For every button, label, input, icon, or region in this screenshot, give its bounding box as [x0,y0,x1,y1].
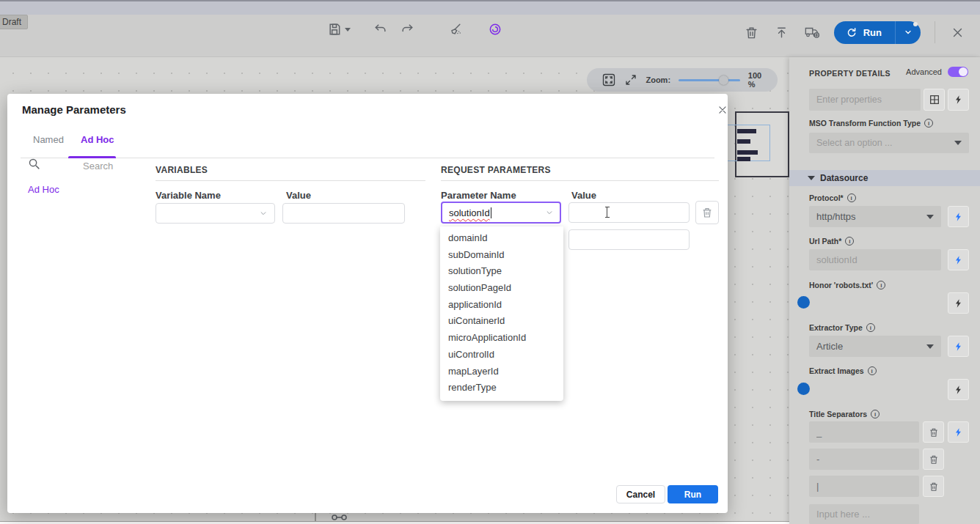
text-caret [491,207,491,218]
delete-icon[interactable] [744,24,760,40]
flow-node[interactable] [735,111,789,177]
canvas-bottom-edge [0,521,789,524]
grid-view-button[interactable] [924,89,945,111]
parameter-name-combobox[interactable]: solutionId [441,202,561,224]
bolt-icon [954,255,964,265]
separator-new-input[interactable] [809,504,919,524]
variable-value-input[interactable] [282,203,405,224]
bolt-icon [954,342,964,352]
separator-input-2[interactable] [809,449,919,470]
info-icon[interactable]: i [871,410,880,418]
parameter-value-input[interactable] [568,202,690,223]
dropdown-option[interactable]: microApplicationId [440,330,563,347]
chevron-down-icon [926,344,934,349]
text-cursor-ibeam [607,207,607,218]
zoom-slider-thumb[interactable] [719,75,728,85]
datasource-section-header[interactable]: Datasource [789,170,980,186]
flow-node-bar [737,150,758,155]
info-icon[interactable]: i [877,281,885,289]
protocol-label: Protocol*i [809,193,856,202]
dropdown-option[interactable]: solutionType [440,263,563,280]
dropdown-option[interactable]: subDomainId [440,247,563,264]
run-caret-icon [904,28,913,37]
dropdown-option[interactable]: solutionPageId [440,280,563,297]
parameter-delete-button[interactable] [695,201,719,224]
close-icon[interactable] [949,24,965,40]
toolbar-run-button[interactable]: Run [834,21,896,44]
tab-ad-hoc[interactable]: Ad Hoc [81,134,114,145]
variable-name-label: Variable Name [156,190,221,201]
dialog-title: Manage Parameters [22,103,126,116]
separator-input-1[interactable] [809,421,919,443]
redo-icon[interactable] [399,21,415,37]
extractor-type-label: Extractor Typei [809,323,875,332]
robots-bolt-button[interactable] [948,292,969,314]
dropdown-option[interactable]: renderType [440,380,563,396]
url-path-input[interactable] [809,249,941,270]
separator-delete-button[interactable] [923,449,944,470]
info-icon[interactable]: i [868,366,877,375]
save-split-button[interactable] [326,21,351,37]
variables-heading: VARIABLES [156,165,208,175]
extract-images-bolt-button[interactable] [948,379,969,400]
parameter-value-wrap [568,202,690,223]
run-circular-arrow-icon [846,26,858,38]
advanced-toggle-group: Advanced [906,67,968,77]
advanced-toggle[interactable] [948,67,968,77]
info-icon[interactable]: i [847,193,856,202]
publish-icon[interactable] [774,24,790,40]
url-path-bolt-button[interactable] [948,249,969,270]
info-icon[interactable]: i [845,237,854,246]
separator-input-3[interactable] [809,476,919,497]
manage-parameters-dialog: Manage Parameters Named Ad Hoc Search Ad… [7,94,728,513]
parameter-value-label: Value [571,190,596,201]
dropdown-option[interactable]: mapLayerId [440,364,563,380]
tab-named[interactable]: Named [33,134,64,145]
dialog-close-button[interactable] [714,101,731,119]
expand-icon[interactable] [624,72,637,88]
run-notification-dot [913,22,918,26]
info-icon[interactable]: i [866,323,875,332]
parameter-value-input-2[interactable] [568,229,690,250]
mso-transform-select[interactable]: Select an option ... [809,133,969,153]
properties-search-input[interactable] [809,89,921,111]
dropdown-option[interactable]: domainId [440,230,563,247]
close-icon [717,105,728,115]
focus-icon[interactable] [487,21,503,37]
protocol-bolt-button[interactable] [948,206,969,227]
property-panel: PROPERTY DETAILS Advanced MSO Transform … [789,57,980,524]
zoom-control: Zoom: 100 % [587,68,778,92]
variable-value-label: Value [286,190,311,201]
toolbar-run-label: Run [863,27,882,38]
property-panel-title: PROPERTY DETAILS [809,69,891,78]
extractor-bolt-button[interactable] [948,336,969,357]
toolbar-run-split-button[interactable]: Run [834,21,921,44]
fit-screen-icon[interactable] [601,72,616,88]
cleanup-icon[interactable] [447,21,464,37]
extractor-type-select[interactable]: Article [809,336,941,357]
undo-icon[interactable] [373,21,389,37]
cancel-button[interactable]: Cancel [616,485,665,503]
properties-bolt-button[interactable] [948,89,969,111]
save-caret-icon [345,28,351,32]
info-icon[interactable]: i [924,119,933,128]
separator-delete-button[interactable] [923,421,944,443]
dialog-run-button[interactable]: Run [668,485,718,503]
app-root: Draft [0,0,980,524]
search-icon[interactable] [28,158,40,173]
search-input[interactable]: Search [83,160,113,171]
protocol-select[interactable]: http/https [809,206,941,227]
dropdown-option[interactable]: applicationId [440,297,563,314]
dropdown-option[interactable]: uiContainerId [440,313,563,330]
separators-bolt-button[interactable] [948,421,969,443]
separator-delete-button[interactable] [923,476,944,497]
trash-icon [929,454,939,465]
robots-label: Honor 'robots.txt'i [809,281,885,289]
dropdown-option[interactable]: uiControlId [440,347,563,364]
zoom-value: 100 % [748,71,767,89]
variable-name-select[interactable] [156,203,275,224]
parameter-name-label: Parameter Name [441,190,516,201]
zoom-slider[interactable] [679,79,740,81]
sidebar-item-ad-hoc[interactable]: Ad Hoc [28,184,59,195]
deploy-icon[interactable] [804,24,820,40]
